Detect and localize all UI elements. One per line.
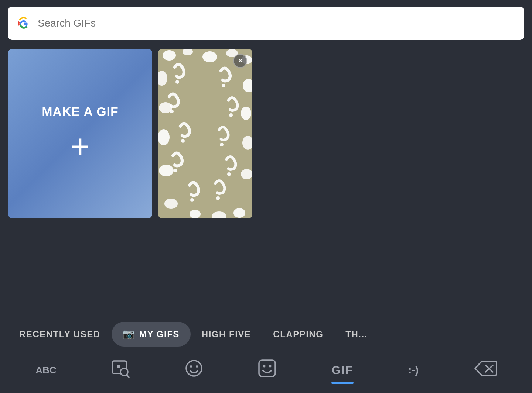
google-logo <box>16 15 32 31</box>
tab-my-gifs[interactable]: 📷 MY GIFS <box>112 322 191 347</box>
kb-gif-search[interactable] <box>105 356 136 384</box>
svg-point-10 <box>158 129 170 145</box>
kb-abc[interactable]: ABC <box>30 362 62 379</box>
svg-point-31 <box>117 365 120 368</box>
abc-label: ABC <box>35 365 56 376</box>
kb-backspace[interactable] <box>468 357 502 383</box>
tab-clapping[interactable]: CLAPPING <box>262 323 334 346</box>
backspace-icon <box>474 360 497 380</box>
search-bar[interactable] <box>8 7 524 40</box>
svg-point-27 <box>216 196 220 200</box>
svg-point-19 <box>222 84 225 87</box>
kb-gif[interactable]: GIF <box>325 361 359 380</box>
kb-emoji[interactable] <box>179 356 209 384</box>
tab-recently-used[interactable]: RECENTLY USED <box>8 323 112 346</box>
gif-label: GIF <box>331 363 353 377</box>
svg-point-9 <box>241 107 251 120</box>
svg-point-34 <box>196 365 198 368</box>
svg-point-15 <box>190 210 201 218</box>
gif-preview <box>158 49 252 218</box>
svg-point-12 <box>159 165 174 176</box>
tab-thumbs[interactable]: TH... <box>334 323 379 346</box>
svg-point-14 <box>164 199 178 209</box>
make-a-gif-title: MAKE A GIF <box>42 104 119 119</box>
svg-rect-35 <box>259 360 275 376</box>
make-a-gif-card[interactable]: MAKE A GIF + <box>8 49 152 218</box>
svg-point-32 <box>186 361 202 376</box>
kb-sticker[interactable] <box>252 356 282 384</box>
search-input[interactable] <box>38 17 516 29</box>
plus-icon: + <box>71 130 90 163</box>
svg-point-36 <box>263 365 266 368</box>
svg-point-21 <box>229 113 233 117</box>
svg-point-23 <box>220 143 224 146</box>
svg-point-20 <box>170 110 174 113</box>
svg-point-13 <box>241 169 252 179</box>
category-tabs: RECENTLY USED 📷 MY GIFS HIGH FIVE CLAPPI… <box>0 319 532 351</box>
svg-point-1 <box>163 50 176 61</box>
emoticon-label: :-) <box>408 364 419 376</box>
svg-point-37 <box>269 365 272 368</box>
gif-search-icon <box>111 359 130 381</box>
kb-emoticon[interactable]: :-) <box>402 361 424 379</box>
svg-point-18 <box>175 80 179 84</box>
svg-point-22 <box>181 139 185 143</box>
close-gif-button[interactable]: ✕ <box>233 54 247 68</box>
gif-pattern <box>158 49 252 218</box>
svg-rect-0 <box>158 49 252 218</box>
svg-point-24 <box>174 169 177 172</box>
sticker-icon <box>258 359 276 381</box>
tab-high-five[interactable]: HIGH FIVE <box>191 323 262 346</box>
svg-point-17 <box>233 208 245 218</box>
gif-grid: MAKE A GIF + <box>0 40 532 319</box>
active-tab-indicator <box>331 382 354 384</box>
svg-line-30 <box>127 375 129 377</box>
emoji-icon <box>185 359 203 381</box>
gif-item[interactable]: ✕ <box>158 49 252 218</box>
svg-point-25 <box>227 172 231 176</box>
svg-point-26 <box>190 198 194 202</box>
camera-icon: 📷 <box>123 328 135 340</box>
keyboard-bar: ABC <box>0 351 532 393</box>
svg-point-3 <box>202 51 217 62</box>
svg-point-33 <box>190 365 192 368</box>
